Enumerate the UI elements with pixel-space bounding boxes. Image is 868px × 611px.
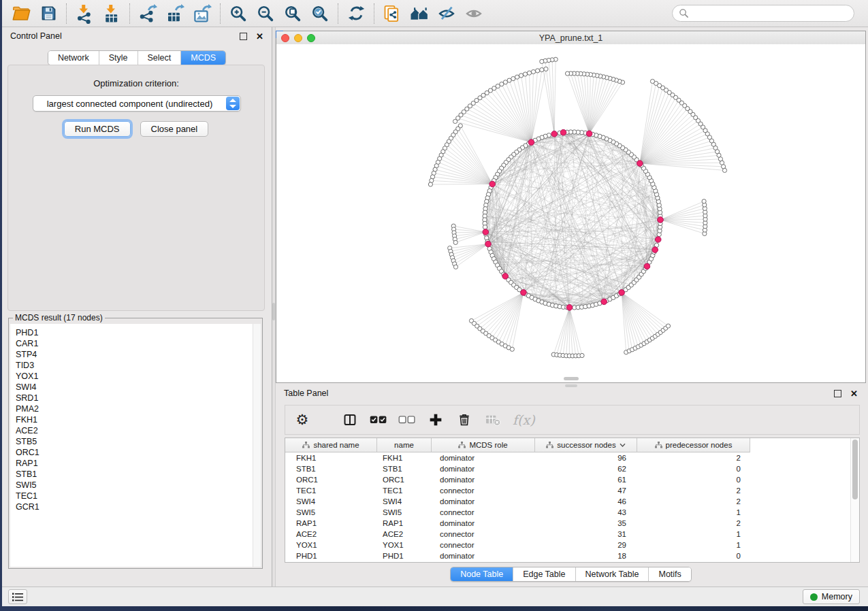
close-panel-icon[interactable]: ✕ (256, 32, 263, 41)
table-row[interactable]: YOX1YOX1connector291 (285, 540, 859, 550)
zoom-fit-button[interactable] (279, 2, 306, 25)
mcds-result-item[interactable]: RAP1 (16, 458, 261, 469)
table-row[interactable]: PHD1PHD1dominator180 (285, 550, 859, 561)
network-graph[interactable] (276, 44, 865, 382)
table-row[interactable]: ACE2ACE2connector311 (285, 529, 859, 540)
tab-select[interactable]: Select (138, 51, 181, 65)
main-toolbar (2, 0, 868, 27)
mcds-result-item[interactable]: PHD1 (16, 327, 261, 338)
export-table-button[interactable] (161, 2, 189, 25)
close-panel-button[interactable]: Close panel (140, 121, 209, 137)
mcds-list-scrollbar[interactable] (253, 324, 261, 567)
mcds-result-item[interactable]: STB5 (16, 436, 261, 447)
mcds-result-item[interactable]: TID3 (16, 360, 261, 371)
mcds-result-item[interactable]: ACE2 (16, 425, 261, 436)
mcds-result-item[interactable]: YOX1 (16, 371, 261, 382)
mcds-result-item[interactable]: STB1 (16, 469, 261, 480)
function-builder-button[interactable]: f(x) (513, 408, 535, 431)
mcds-result-item[interactable]: SWI4 (16, 382, 261, 393)
select-all-button[interactable] (370, 408, 387, 431)
export-image-button[interactable] (189, 2, 216, 25)
cell-shared_name: STB1 (285, 465, 377, 473)
table-row[interactable]: SWI5SWI5connector431 (285, 507, 859, 518)
delete-columns-button[interactable] (455, 408, 473, 431)
mcds-result-item[interactable]: SRD1 (16, 393, 261, 403)
network-overview-button[interactable] (379, 2, 406, 25)
table-row[interactable]: FKH1FKH1dominator962 (285, 452, 859, 463)
mcds-result-item[interactable]: CAR1 (16, 338, 261, 349)
cell-successor_nodes: 29 (535, 541, 637, 549)
cell-predecessor_nodes: 2 (637, 497, 750, 506)
float-window-icon[interactable] (240, 33, 247, 40)
mcds-result-item[interactable]: TEC1 (16, 491, 261, 501)
tab-network[interactable]: Network (48, 51, 99, 65)
zoom-out-button[interactable] (252, 2, 279, 25)
node-table-header-row: shared namenameMCDS rolesuccessor nodesp… (285, 438, 859, 452)
mcds-result-item[interactable]: STP4 (16, 349, 261, 360)
tab-mcds[interactable]: MCDS (180, 51, 225, 65)
birds-eye-button[interactable] (460, 2, 487, 25)
optimization-criterion-select[interactable]: largest connected component (undirected) (33, 95, 241, 112)
table-row[interactable]: TEC1TEC1connector472 (285, 485, 859, 496)
zoom-in-button[interactable] (225, 2, 252, 25)
save-session-button[interactable] (35, 2, 62, 25)
table-row[interactable]: ORC1ORC1dominator610 (285, 474, 859, 485)
mcds-result-list[interactable]: PHD1CAR1STP4TID3YOX1SWI4SRD1PMA2FKH1ACE2… (10, 324, 261, 567)
table-row[interactable]: STB1STB1dominator620 (285, 463, 859, 474)
deselect-all-button[interactable] (398, 408, 416, 431)
table-row[interactable]: RAP1RAP1dominator352 (285, 518, 859, 529)
tab-style[interactable]: Style (99, 51, 138, 65)
network-window-title: YPA_prune.txt_1 (276, 33, 865, 43)
apply-layout-button[interactable] (342, 2, 370, 25)
select-all-icon (370, 415, 387, 425)
two-houses-button[interactable] (406, 2, 433, 25)
memory-button[interactable]: Memory (803, 589, 860, 604)
float-window-icon[interactable] (834, 390, 841, 397)
zoom-selected-button[interactable] (306, 2, 334, 25)
cell-mcds_role: connector (432, 508, 535, 516)
table-row[interactable]: SWI4SWI4dominator462 (285, 496, 859, 507)
search-box[interactable] (672, 5, 854, 22)
show-columns-button[interactable] (341, 408, 359, 431)
mcds-result-item[interactable]: FKH1 (16, 414, 261, 425)
mcds-result-item[interactable]: ORC1 (16, 447, 261, 458)
tab-motifs[interactable]: Motifs (648, 567, 690, 581)
horizontal-splitter-handle[interactable] (565, 384, 577, 387)
table-scrollbar[interactable] (850, 438, 859, 562)
node-table-body: FKH1FKH1dominator962STB1STB1dominator620… (285, 452, 859, 561)
zoom-fit-icon (283, 4, 302, 23)
import-table-button[interactable] (98, 2, 125, 25)
task-history-button[interactable] (8, 589, 27, 604)
mcds-result-item[interactable]: GCR1 (16, 501, 261, 512)
save-floppy-icon (39, 4, 58, 22)
hide-graphics-button[interactable] (433, 2, 460, 25)
cell-predecessor_nodes: 1 (637, 508, 750, 516)
create-column-button[interactable] (427, 408, 445, 431)
mcds-result-item[interactable]: SWI5 (16, 480, 261, 491)
tab-node-table[interactable]: Node Table (451, 567, 513, 581)
delete-table-button[interactable] (484, 408, 502, 431)
run-mcds-button[interactable]: Run MCDS (64, 121, 131, 137)
column-header-MCDS-role[interactable]: MCDS role (432, 438, 535, 452)
network-window-titlebar[interactable]: YPA_prune.txt_1 (276, 31, 865, 45)
cell-name: ORC1 (377, 476, 432, 484)
open-session-button[interactable] (7, 2, 35, 25)
search-input[interactable] (693, 8, 854, 19)
toolbar-separator (338, 3, 338, 24)
table-scrollbar-thumb[interactable] (852, 440, 858, 499)
tab-edge-table[interactable]: Edge Table (513, 567, 575, 581)
import-network-button[interactable] (71, 2, 98, 25)
table-mode-button[interactable]: ⚙ (293, 408, 311, 431)
column-header-successor-nodes[interactable]: successor nodes (535, 438, 637, 452)
column-header-name[interactable]: name (377, 438, 432, 452)
splitter-handle[interactable] (272, 303, 275, 320)
column-header-predecessor-nodes[interactable]: predecessor nodes (637, 438, 750, 452)
tab-network-table[interactable]: Network Table (575, 567, 649, 581)
close-panel-icon[interactable]: ✕ (850, 389, 858, 398)
attribute-type-icon (655, 442, 662, 448)
canvas-hscroll-thumb[interactable] (564, 377, 579, 380)
export-network-button[interactable] (134, 2, 161, 25)
network-canvas[interactable] (276, 44, 865, 382)
column-header-shared-name[interactable]: shared name (285, 438, 377, 452)
mcds-result-item[interactable]: PMA2 (16, 403, 261, 414)
